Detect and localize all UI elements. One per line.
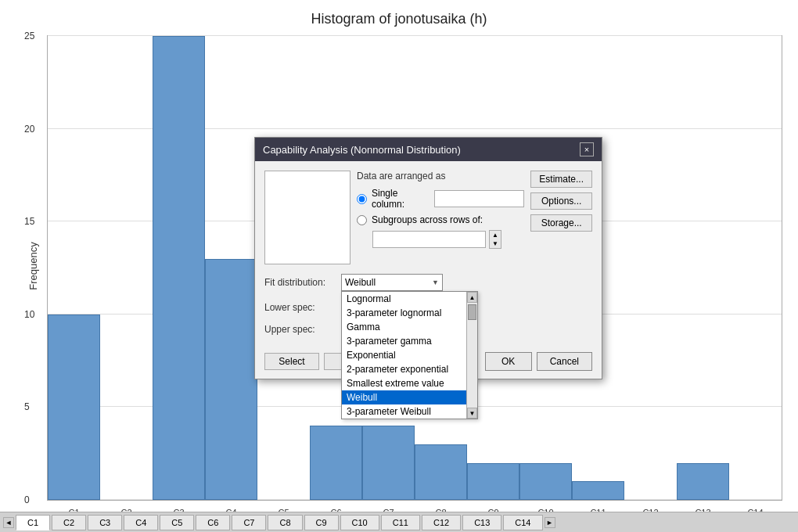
chart-container: Histogram of jonotusaika (h) Frequency 0…: [0, 0, 798, 532]
single-column-label: Single column:: [372, 188, 430, 210]
ok-button[interactable]: OK: [485, 352, 532, 371]
single-column-radio[interactable]: [357, 194, 367, 204]
tab-item[interactable]: C2: [52, 515, 86, 530]
tab-item[interactable]: C11: [381, 515, 420, 530]
tab-item[interactable]: C8: [268, 515, 302, 530]
tab-item[interactable]: C5: [160, 515, 194, 530]
histogram-bar: [153, 36, 205, 500]
y-tick-label: 10: [24, 309, 34, 320]
upper-spec-label: Upper spec:: [264, 324, 335, 335]
footer-right: OK Cancel: [485, 352, 592, 371]
dropdown-arrow-icon: ▼: [432, 279, 439, 286]
fit-distribution-row: Fit distribution: Weibull ▼ Lognormal3-p…: [264, 274, 592, 291]
dropdown-item[interactable]: Lognormal: [342, 292, 466, 306]
dialog-titlebar: Capability Analysis (Nonnormal Distribut…: [255, 138, 602, 161]
options-button[interactable]: Options...: [530, 192, 592, 210]
histogram-bar: [48, 315, 100, 500]
dropdown-scrollbar[interactable]: ▲ ▼: [466, 292, 477, 419]
subgroups-input-row: ▲ ▼: [372, 230, 524, 249]
histogram-bar: [677, 463, 729, 500]
subgroups-label: Subgroups across rows of:: [372, 214, 483, 225]
spin-up-button[interactable]: ▲: [490, 231, 501, 239]
tab-item[interactable]: C1: [16, 515, 50, 530]
spin-down-button[interactable]: ▼: [490, 239, 501, 248]
subgroups-radio[interactable]: [357, 215, 367, 225]
tab-item[interactable]: C6: [196, 515, 230, 530]
tab-scroll-right[interactable]: ►: [545, 517, 555, 528]
tab-scroll-left[interactable]: ◄: [3, 517, 14, 528]
chart-title: Histogram of jonotusaika (h): [0, 0, 798, 34]
tab-item[interactable]: C13: [462, 515, 501, 530]
dropdown-item[interactable]: Weibull: [342, 390, 466, 404]
subgroups-row: Subgroups across rows of:: [357, 214, 524, 225]
histogram-bar: [362, 426, 415, 500]
single-column-input[interactable]: 'jonotusaika (h)': [434, 190, 524, 207]
capability-analysis-dialog: Capability Analysis (Nonnormal Distribut…: [254, 137, 602, 379]
dropdown-item[interactable]: 3-parameter lognormal: [342, 306, 466, 320]
lower-spec-label: Lower spec:: [264, 302, 335, 313]
dialog-body: Data are arranged as Single column: 'jon…: [255, 161, 602, 347]
y-tick-label: 25: [24, 31, 34, 41]
column-selector-panel[interactable]: [264, 171, 350, 264]
dialog-close-button[interactable]: ×: [580, 142, 594, 156]
dialog-main-row: Data are arranged as Single column: 'jon…: [264, 171, 592, 264]
y-tick-label: 15: [24, 216, 34, 227]
tab-item[interactable]: C4: [124, 515, 158, 530]
y-tick-label: 5: [24, 401, 30, 412]
select-button[interactable]: Select: [264, 353, 319, 370]
scroll-up-button[interactable]: ▲: [467, 292, 477, 303]
tab-bar: ◄ C1C2C3C4C5C6C7C8C9C10C11C12C13C14►: [0, 512, 798, 532]
dialog-title: Capability Analysis (Nonnormal Distribut…: [263, 144, 461, 156]
right-buttons: Estimate... Options... Storage...: [530, 171, 592, 264]
scroll-track: [467, 303, 477, 408]
tab-item[interactable]: C12: [422, 515, 461, 530]
cancel-button[interactable]: Cancel: [537, 352, 592, 371]
right-panel: Data are arranged as Single column: 'jon…: [357, 171, 524, 264]
y-tick-label: 20: [24, 124, 34, 135]
tab-item[interactable]: C14: [503, 515, 542, 530]
subgroups-input[interactable]: [372, 231, 486, 248]
dropdown-item[interactable]: Exponential: [342, 348, 466, 362]
fit-distribution-dropdown-button[interactable]: Weibull ▼: [341, 274, 443, 291]
dropdown-item[interactable]: Smallest extreme value: [342, 376, 466, 390]
tab-item[interactable]: C9: [304, 515, 339, 530]
fit-distribution-dropdown-list[interactable]: Lognormal3-parameter lognormalGamma3-par…: [341, 291, 478, 419]
scroll-thumb[interactable]: [468, 304, 476, 320]
storage-button[interactable]: Storage...: [530, 214, 592, 232]
subgroups-spinner[interactable]: ▲ ▼: [489, 230, 501, 249]
y-axis-label: Frequency: [27, 242, 39, 289]
histogram-bar: [415, 444, 467, 500]
dropdown-item[interactable]: 2-parameter exponential: [342, 362, 466, 376]
tab-item[interactable]: C3: [88, 515, 122, 530]
histogram-bar: [310, 426, 362, 500]
y-tick-label: 0: [24, 494, 30, 505]
fit-distribution-selected: Weibull: [345, 277, 376, 288]
histogram-bar: [519, 463, 572, 500]
dropdown-item[interactable]: 3-parameter gamma: [342, 334, 466, 348]
estimate-button[interactable]: Estimate...: [530, 171, 592, 188]
histogram-bar: [467, 463, 519, 500]
histogram-bar: [205, 259, 257, 500]
fit-distribution-dropdown-container: Weibull ▼ Lognormal3-parameter lognormal…: [341, 274, 592, 291]
histogram-bar: [572, 481, 624, 500]
dropdown-item[interactable]: 3-parameter Weibull: [342, 404, 466, 419]
scroll-down-button[interactable]: ▼: [467, 408, 477, 419]
dropdown-item[interactable]: Gamma: [342, 320, 466, 334]
single-column-row: Single column: 'jonotusaika (h)': [357, 188, 524, 210]
tab-item[interactable]: C10: [340, 515, 379, 530]
fit-distribution-label: Fit distribution:: [264, 277, 335, 288]
data-arranged-label: Data are arranged as: [357, 171, 524, 182]
tab-item[interactable]: C7: [232, 515, 266, 530]
